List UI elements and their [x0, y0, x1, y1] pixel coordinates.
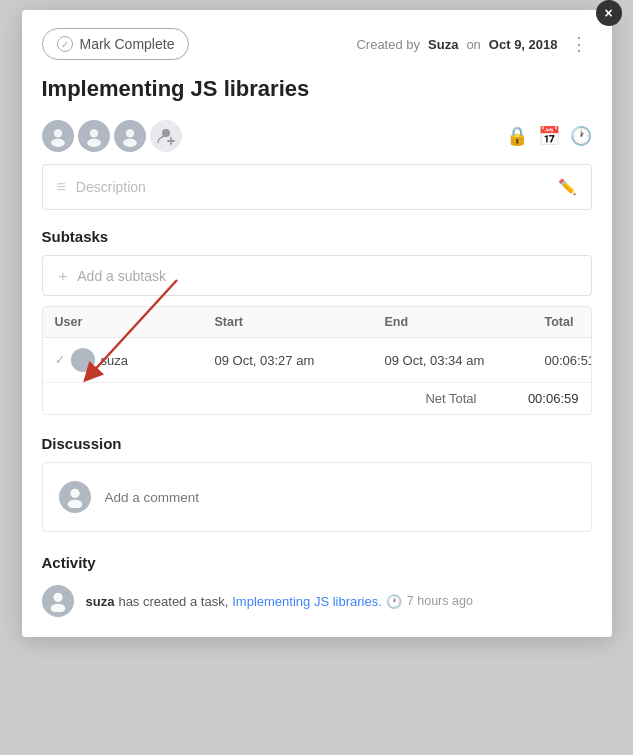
avatar-2: [78, 120, 110, 152]
comment-avatar: [59, 481, 91, 513]
start-cell: 09 Oct, 03:27 am: [203, 343, 373, 378]
modal-header: ✓ Mark Complete Created by Suza on Oct 9…: [22, 10, 612, 72]
discussion-section: Discussion: [22, 425, 612, 546]
svg-point-13: [53, 593, 62, 602]
activity-label: Activity: [42, 554, 592, 575]
discussion-box: [42, 462, 592, 532]
lines-icon: ≡: [57, 178, 66, 196]
activity-time: 🕐 7 hours ago: [386, 594, 473, 609]
total-cell: 00:06:51 🗑: [533, 342, 592, 378]
col-total: Total: [533, 307, 591, 337]
col-start: Start: [203, 307, 373, 337]
user-cell: ✓ suza: [43, 338, 203, 382]
add-comment-input[interactable]: [105, 490, 575, 505]
activity-avatar: [42, 585, 74, 617]
add-assignee-button[interactable]: [150, 120, 182, 152]
add-subtask-row[interactable]: + Add a subtask: [42, 255, 592, 296]
col-end: End: [373, 307, 533, 337]
subtasks-label: Subtasks: [22, 228, 612, 255]
avatars-right: 🔒 📅 🕐: [506, 125, 592, 147]
subtask-table-header: User Start End Total: [43, 307, 591, 338]
svg-point-0: [53, 129, 61, 137]
activity-section: Activity suza has created a task, Implem…: [22, 546, 612, 637]
calendar-icon[interactable]: 📅: [538, 125, 560, 147]
lock-icon: 🔒: [506, 125, 528, 147]
col-user: User: [43, 307, 203, 337]
activity-clock-icon: 🕐: [386, 594, 402, 609]
edit-icon[interactable]: ✏️: [558, 178, 577, 196]
row-check-icon[interactable]: ✓: [55, 353, 65, 367]
svg-point-1: [51, 139, 65, 147]
modal-container: × ✓ Mark Complete Created by Suza on Oct…: [22, 10, 612, 637]
avatars-row: 🔒 📅 🕐: [22, 112, 612, 164]
svg-point-14: [50, 604, 65, 612]
svg-point-2: [89, 129, 97, 137]
more-options-icon[interactable]: ⋮: [566, 31, 592, 57]
task-title: Implementing JS libraries: [22, 72, 612, 112]
end-cell: 09 Oct, 03:34 am: [373, 343, 533, 378]
activity-item: suza has created a task, Implementing JS…: [42, 585, 592, 617]
avatar-1: [42, 120, 74, 152]
header-meta: Created by Suza on Oct 9, 2018 ⋮: [356, 31, 591, 57]
modal-overlay: × ✓ Mark Complete Created by Suza on Oct…: [0, 0, 633, 755]
svg-point-4: [125, 129, 133, 137]
mark-complete-button[interactable]: ✓ Mark Complete: [42, 28, 190, 60]
net-total-row: Net Total 00:06:59: [43, 383, 591, 414]
close-button[interactable]: ×: [596, 0, 622, 26]
avatars-left: [42, 120, 182, 152]
svg-point-11: [70, 489, 79, 498]
activity-text: suza has created a task, Implementing JS…: [86, 594, 473, 609]
clock-meta-icon[interactable]: 🕐: [570, 125, 592, 147]
description-left: ≡ Description: [57, 178, 146, 196]
subtask-table: User Start End Total ✓ suza 09: [42, 306, 592, 415]
svg-point-5: [123, 139, 137, 147]
plus-icon: +: [59, 267, 68, 284]
table-row: ✓ suza 09 Oct, 03:27 am 09 Oct, 03:34 am…: [43, 338, 591, 383]
check-icon: ✓: [57, 36, 73, 52]
svg-point-3: [87, 139, 101, 147]
avatar-3: [114, 120, 146, 152]
svg-point-12: [67, 500, 82, 508]
description-box[interactable]: ≡ Description ✏️: [42, 164, 592, 210]
discussion-label: Discussion: [42, 425, 592, 452]
row-avatar: [71, 348, 95, 372]
